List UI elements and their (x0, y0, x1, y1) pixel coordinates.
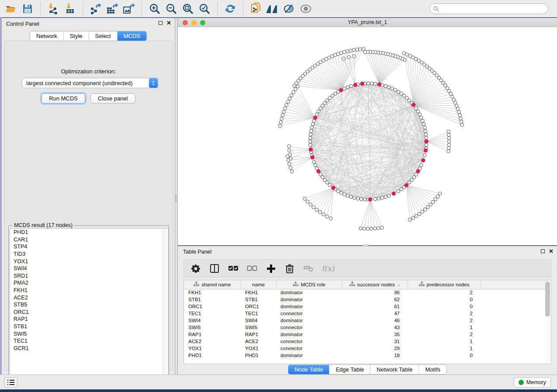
network-window-title: YPA_prune.txt_1 (178, 18, 557, 27)
result-node-item[interactable]: TEC1 (10, 337, 168, 345)
table-row[interactable]: SWI5SWI5connector431 (184, 324, 547, 331)
export-network-icon[interactable] (87, 1, 104, 16)
column-header-successor-nodes[interactable]: successor nodes⌄ (342, 280, 408, 289)
memory-button[interactable]: Memory (514, 377, 551, 388)
tab-motifs[interactable]: Motifs (419, 365, 446, 374)
chevron-down-icon[interactable]: ⌄ (397, 282, 401, 287)
column-header-MCDS-role[interactable]: MCDS role (276, 280, 342, 289)
tab-network-table[interactable]: Network Table (370, 365, 419, 374)
result-node-item[interactable]: ACE2 (10, 294, 168, 301)
control-panel-tabs: NetworkStyleSelectMCDS (30, 31, 147, 41)
table-row[interactable]: RAP1RAP1dominator352 (184, 331, 547, 338)
optimization-criterion-select[interactable]: largest connected component (undirected)… (22, 78, 159, 88)
result-node-item[interactable]: SRD1 (10, 272, 168, 280)
export-image-icon[interactable] (121, 1, 137, 16)
tab-network[interactable]: Network (30, 31, 64, 41)
eye-icon[interactable] (298, 1, 314, 16)
result-list-scrollbar[interactable] (163, 229, 168, 386)
table-row[interactable]: SWI4SWI4dominator462 (184, 317, 547, 324)
optimization-criterion-value: largest connected component (undirected) (22, 80, 149, 86)
import-network-icon[interactable] (45, 1, 62, 16)
result-node-item[interactable]: SWI5 (10, 330, 168, 337)
tab-select[interactable]: Select (89, 31, 118, 41)
table-panel: Table Panel ✕ (178, 246, 557, 375)
share-document-icon[interactable] (248, 1, 264, 16)
result-node-item[interactable]: STB1 (10, 323, 168, 330)
zoom-out-icon[interactable] (163, 1, 180, 16)
maximize-window-icon[interactable] (200, 20, 205, 25)
result-node-item[interactable]: FKH1 (10, 287, 168, 294)
minimize-window-icon[interactable] (191, 20, 197, 25)
deselect-all-icon[interactable] (246, 262, 258, 275)
binoculars-icon[interactable] (264, 1, 281, 16)
table-row[interactable]: PHD1PHD1dominator180 (184, 352, 547, 359)
tab-style[interactable]: Style (64, 31, 89, 41)
table-row[interactable]: ORC1ORC1dominator610 (184, 303, 547, 310)
tab-node-table[interactable]: Node Table (288, 365, 330, 374)
main-toolbar (0, 0, 557, 17)
close-window-icon[interactable] (183, 20, 188, 25)
run-mcds-button[interactable]: Run MCDS (42, 93, 85, 103)
columns-icon[interactable] (209, 262, 220, 275)
table-row[interactable]: YOX1YOX1connector291 (184, 345, 547, 352)
result-node-item[interactable]: YOX1 (10, 258, 168, 265)
tab-edge-table[interactable]: Edge Table (329, 365, 370, 374)
search-field-wrap (429, 3, 548, 14)
result-node-item[interactable]: SWI4 (10, 265, 168, 272)
add-column-icon[interactable] (265, 262, 277, 275)
mcds-result-list[interactable]: PHD1CAR1STP4TID3YOX1SWI4SRD1PMA2FKH1ACE2… (10, 228, 169, 387)
tab-mcds[interactable]: MCDS (118, 31, 146, 41)
close-panel-button[interactable]: Close panel (90, 93, 135, 103)
memory-status-icon (519, 380, 524, 385)
column-header-filler (481, 280, 547, 289)
table-scrollbar-thumb[interactable] (545, 282, 550, 316)
import-table-icon[interactable] (62, 1, 78, 16)
node-table[interactable]: shared namenameMCDS rolesuccessor nodes⌄… (183, 280, 551, 364)
dropdown-stepper-icon: ▲▼ (149, 78, 158, 88)
task-history-button[interactable] (4, 377, 17, 388)
result-node-item[interactable]: CAR1 (10, 236, 168, 244)
search-input[interactable] (429, 3, 548, 14)
mcds-result-group: MCDS result (17 nodes) PHD1CAR1STP4TID3Y… (8, 225, 169, 388)
column-header-predecessor-nodes[interactable]: predecessor nodes (408, 280, 481, 289)
zoom-fit-icon[interactable] (180, 1, 196, 16)
table-row[interactable]: STB1STB1dominator620 (184, 296, 547, 303)
result-node-item[interactable]: RAP1 (10, 316, 168, 323)
result-node-item[interactable]: PMA2 (10, 279, 168, 287)
result-node-item[interactable]: TID3 (10, 251, 168, 258)
zoom-selected-icon[interactable] (196, 1, 213, 16)
gear-icon[interactable] (190, 262, 201, 275)
result-node-item[interactable]: ORC1 (10, 309, 168, 316)
toolbar-separator (217, 2, 218, 15)
save-icon[interactable] (19, 1, 36, 16)
column-header-name[interactable]: name (241, 280, 276, 289)
export-table-icon[interactable] (104, 1, 121, 16)
result-node-item[interactable]: STP4 (10, 243, 168, 251)
open-file-icon[interactable] (3, 1, 19, 16)
network-view-window: YPA_prune.txt_1 (178, 18, 557, 245)
result-node-item[interactable]: GCR1 (10, 345, 168, 352)
result-node-item[interactable]: STB5 (10, 301, 168, 309)
close-panel-icon[interactable]: ✕ (166, 21, 171, 25)
select-all-icon[interactable] (228, 262, 239, 275)
table-row[interactable]: ACE2ACE2connector311 (184, 338, 547, 345)
clear-table-icon (303, 262, 314, 275)
float-panel-icon[interactable] (159, 21, 163, 25)
table-scrollbar[interactable] (545, 282, 550, 363)
network-window-titlebar[interactable]: YPA_prune.txt_1 (178, 18, 557, 27)
network-graph-canvas[interactable] (178, 27, 557, 245)
float-table-panel-icon[interactable] (541, 249, 545, 253)
table-row[interactable]: FKH1FKH1dominator962 (184, 289, 547, 296)
delete-icon[interactable] (284, 262, 295, 275)
table-panel-titlebar: Table Panel ✕ (178, 246, 557, 258)
column-header-shared-name[interactable]: shared name (184, 280, 241, 289)
toolbar-separator (243, 2, 243, 15)
refresh-layout-icon[interactable] (222, 1, 239, 16)
optimization-criterion-label: Optimization criterion: (4, 68, 173, 75)
result-node-item[interactable]: PHD1 (10, 229, 168, 236)
hide-glasses-icon[interactable] (281, 1, 298, 16)
table-row[interactable]: TEC1TEC1connector472 (184, 310, 547, 317)
close-table-panel-icon[interactable]: ✕ (549, 249, 554, 253)
control-panel: Control Panel ✕ NetworkStyleSelectMCDS O… (2, 18, 175, 375)
zoom-in-icon[interactable] (146, 1, 163, 16)
